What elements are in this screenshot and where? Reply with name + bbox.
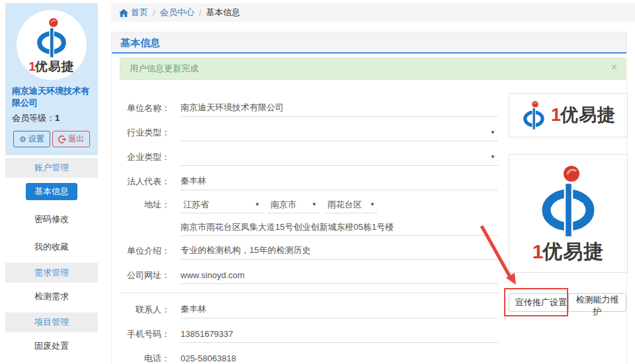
sidebar: 1优易捷 南京迪天环境技术有限公司 会员等级：1 ⚙ 设置 退出 账户管	[5, 3, 98, 364]
form-row-mobile: 手机号码：	[112, 322, 626, 346]
breadcrumb-separator: /	[199, 8, 202, 18]
profile-buttons: ⚙ 设置 退出	[11, 131, 93, 147]
member-level-label: 会员等级：	[12, 113, 55, 123]
logo-wordmark: 1优易捷	[28, 60, 75, 73]
success-alert: 用户信息更新完成 ×	[120, 57, 626, 80]
sidebar-item-basic-info[interactable]: 基本信息	[5, 178, 98, 205]
website-input[interactable]	[181, 267, 498, 284]
field-label: 法人代表：	[112, 176, 170, 188]
chevron-down-icon: ▼	[490, 154, 495, 160]
breadcrumb-separator: /	[153, 8, 155, 18]
profile-card: 1优易捷 南京迪天环境技术有限公司 会员等级：1 ⚙ 设置 退出	[5, 3, 98, 155]
member-level-value: 1	[55, 113, 60, 123]
breadcrumb-member-center-link[interactable]: 会员中心	[160, 7, 194, 18]
panel-title: 基本信息	[112, 32, 626, 54]
chevron-down-icon: ▼	[490, 129, 495, 135]
logout-label: 退出	[68, 133, 84, 145]
gear-icon: ⚙	[19, 135, 26, 144]
phone-input[interactable]	[181, 350, 498, 364]
logo-emblem-icon	[535, 165, 601, 239]
logo-name: 优易捷	[35, 59, 75, 73]
sidebar-section-demand: 需求管理	[5, 263, 98, 283]
field-label: 手机号码：	[112, 328, 170, 340]
province-value: 江苏省	[183, 199, 209, 211]
field-label: 单位名称：	[112, 102, 170, 114]
chevron-down-icon: ▼	[370, 201, 375, 207]
logo-wordmark: 1优易捷	[532, 242, 605, 262]
contact-input[interactable]	[181, 301, 498, 318]
member-level: 会员等级：1	[12, 112, 91, 124]
city-value: 南京市	[271, 199, 296, 211]
logo-name: 优易捷	[542, 240, 604, 262]
chevron-down-icon: ▼	[255, 201, 260, 207]
sidebar-item-favorites[interactable]: 我的收藏	[5, 233, 98, 261]
enterprise-type-select[interactable]: ▼	[181, 149, 498, 166]
logout-icon	[58, 135, 66, 143]
sidebar-item-testing-demand[interactable]: 检测需求	[5, 283, 98, 310]
logo-emblem-icon	[33, 18, 70, 59]
section-divider	[120, 293, 500, 293]
sidebar-item-testing-demand-label: 检测需求	[26, 288, 77, 305]
province-select[interactable]: 江苏省▼	[181, 196, 263, 213]
member-center-page: 1优易捷 南京迪天环境技术有限公司 会员等级：1 ⚙ 设置 退出 账户管	[0, 0, 635, 364]
chevron-down-icon: ▼	[312, 201, 317, 207]
sidebar-section-project: 项目管理	[5, 312, 98, 332]
testing-capability-button[interactable]: 检测能力维护	[568, 293, 626, 312]
home-icon	[119, 9, 128, 17]
breadcrumb-current: 基本信息	[206, 7, 240, 18]
legal-rep-input[interactable]	[181, 173, 498, 190]
company-intro-input[interactable]	[181, 242, 498, 260]
field-label: 公司网址：	[112, 270, 170, 281]
company-logo-image: 1优易捷	[509, 154, 628, 273]
breadcrumb-home-link[interactable]: 首页	[131, 7, 148, 18]
field-label: 企业类型：	[112, 151, 170, 163]
field-label: 电话：	[112, 353, 170, 364]
sidebar-item-password-label: 密码修改	[26, 211, 77, 228]
field-label: 单位介绍：	[112, 245, 170, 257]
sidebar-item-third-party-project[interactable]: 第三方检测	[5, 360, 98, 364]
industry-type-select[interactable]: ▼	[181, 124, 498, 141]
mobile-input[interactable]	[181, 326, 498, 343]
breadcrumb: 首页 / 会员中心 / 基本信息	[111, 3, 635, 22]
settings-button[interactable]: ⚙ 设置	[13, 131, 50, 147]
district-value: 雨花台区	[327, 199, 362, 211]
address-detail-input[interactable]	[181, 219, 498, 236]
sidebar-item-favorites-label: 我的收藏	[26, 238, 77, 256]
logo-name: 优易捷	[560, 105, 616, 125]
field-label: 行业类型：	[112, 127, 170, 139]
sidebar-menu: 账户管理 基本信息 密码修改 我的收藏 需求管理 检测需求 项目管理 固废处置 …	[5, 158, 98, 364]
promo-settings-button[interactable]: 宣传推广设置	[509, 293, 573, 312]
sidebar-section-account: 账户管理	[5, 158, 98, 178]
company-logo: 1优易捷	[17, 10, 87, 80]
field-label: 联系人：	[112, 304, 170, 316]
form-row-phone: 电话：	[112, 346, 626, 364]
company-name-input[interactable]	[181, 100, 498, 117]
city-select[interactable]: 南京市▼	[268, 196, 319, 213]
field-label: 地址：	[112, 199, 170, 211]
sidebar-item-password[interactable]: 密码修改	[5, 205, 98, 233]
close-icon[interactable]: ×	[611, 62, 617, 73]
sidebar-item-basic-info-label: 基本信息	[26, 183, 77, 200]
promo-logo-banner: 1优易捷	[509, 93, 628, 137]
settings-label: 设置	[28, 133, 44, 145]
logo-wordmark: 1优易捷	[551, 106, 616, 124]
district-select[interactable]: 雨花台区▼	[325, 196, 378, 213]
sidebar-item-solid-waste-project[interactable]: 固废处置	[5, 332, 98, 360]
basic-info-panel: 基本信息 用户信息更新完成 × 单位名称： 行业类型： ▼ 企业类型： ▼ 法人…	[111, 32, 627, 364]
alert-message: 用户信息更新完成	[130, 63, 198, 75]
logo-emblem-icon	[521, 100, 547, 131]
logout-button[interactable]: 退出	[52, 131, 90, 147]
company-name: 南京迪天环境技术有限公司	[12, 85, 91, 108]
sidebar-item-solid-waste-project-label: 固废处置	[26, 338, 77, 355]
